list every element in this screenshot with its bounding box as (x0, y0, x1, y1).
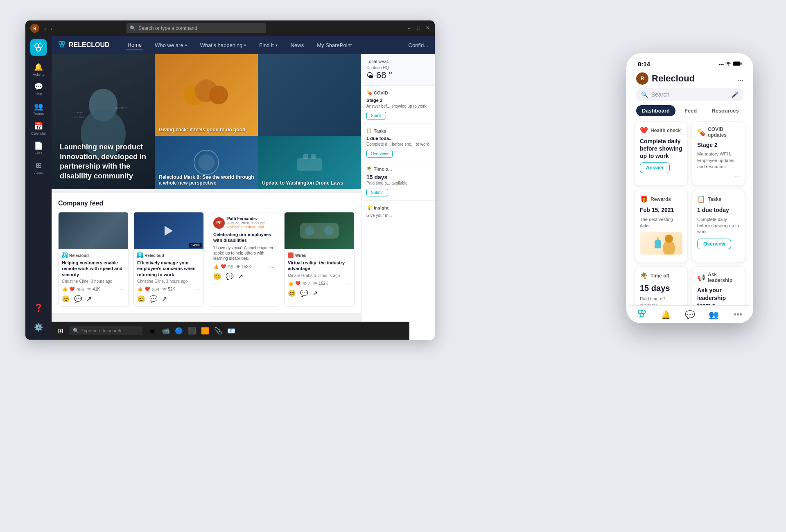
eye-2-icon: 👁 (163, 287, 167, 291)
tab-dashboard[interactable]: Dashboard (636, 105, 675, 116)
taskbar-search[interactable]: 🔍 Type here to search (69, 326, 142, 335)
emoji-3-react-icon[interactable]: 😊 (213, 273, 221, 280)
feed-card-4-reactions[interactable]: 👍 ❤️ 627 (288, 281, 310, 286)
feed-card-3-views: 👁 152K (236, 264, 251, 269)
nav-forward[interactable]: › (49, 25, 54, 32)
taskbar-app-folder[interactable]: 🟧 (199, 325, 211, 337)
comment-2-icon[interactable]: 💬 (149, 295, 158, 303)
weather-location: Contoso HQ (366, 65, 430, 70)
share-icon[interactable]: ↗ (86, 295, 92, 303)
title-bar-search[interactable]: 🔍 Search or type a command (126, 23, 266, 33)
mobile-status-icons: ▪▪▪ (718, 61, 742, 67)
taskbar-app-video[interactable]: 📹 (160, 325, 172, 337)
mobile-teams-icon: 👥 (709, 310, 719, 320)
sidebar-item-chat[interactable]: 💬 Chat (29, 80, 47, 98)
mobile-more-button[interactable]: ... (737, 74, 743, 83)
comment-4-icon[interactable]: 💬 (300, 289, 308, 297)
mobile-mic-icon[interactable]: 🎤 (732, 91, 739, 98)
more-4-icon[interactable]: ··· (346, 280, 351, 287)
emoji-2-react-icon[interactable]: 😊 (137, 295, 145, 303)
maximize-btn[interactable]: □ (417, 25, 420, 32)
mobile-search-icon: 🔍 (641, 91, 648, 98)
mobile-nav-teams[interactable]: 👥 Teams (705, 310, 723, 324)
share-4-icon[interactable]: ↗ (312, 289, 318, 297)
nav-item-who[interactable]: Who we are ▾ (153, 41, 188, 50)
mobile-scroll-area: ❤️ Health check Complete daily before sh… (630, 121, 750, 305)
svg-point-26 (305, 226, 314, 236)
feed-card-1-reactions[interactable]: 👍 ❤️ 406 (62, 286, 84, 292)
chevron-down-icon: ▾ (244, 43, 246, 47)
nav-item-whats[interactable]: What's happening ▾ (199, 41, 248, 50)
start-button[interactable]: ⊞ (54, 325, 66, 337)
sidebar-item-help[interactable]: ❓ (29, 299, 47, 317)
nav-item-find[interactable]: Find it ▾ (257, 41, 279, 50)
covid-more-icon[interactable]: ··· (697, 173, 740, 180)
tasks-overview-button[interactable]: Overview (366, 150, 393, 158)
megaphone-icon: 📢 (697, 274, 705, 282)
svg-point-22 (138, 253, 140, 255)
nav-right-text: Confid... (409, 42, 428, 48)
taskbar-app-paperclip[interactable]: 📎 (212, 325, 224, 337)
mobile-nav-more[interactable]: ••• More (729, 310, 747, 323)
mobile-card-health: ❤️ Health check Complete daily before sh… (635, 121, 688, 186)
comment-3-icon[interactable]: 💬 (226, 273, 234, 280)
covid-submit-button[interactable]: Sumit (366, 112, 386, 119)
thumbs-up-2-icon: 👍 (137, 286, 143, 292)
mobile-nav-activity[interactable]: 🔔 Activity (657, 310, 675, 324)
feed-card-1-image (59, 212, 128, 249)
covid-card-stage: Stage 2 (697, 141, 740, 149)
activity-icon: 🔔 (34, 63, 43, 72)
tasks-overview-btn[interactable]: Overview (697, 239, 731, 249)
mobile-nav-chat[interactable]: 💬 Chat (681, 310, 699, 324)
nav-item-home[interactable]: Home (126, 40, 144, 50)
chat-icon: 💬 (34, 82, 43, 91)
nav-item-sharepoint[interactable]: My SharePoint (315, 41, 353, 50)
more-icon[interactable]: ··· (120, 286, 125, 293)
hero-mark8-caption: Relecloud Mark 8: See the world through … (159, 174, 258, 186)
nav-back[interactable]: ‹ (43, 25, 47, 32)
feed-card-2-reactions[interactable]: 👍 ❤️ 234 (137, 286, 159, 292)
more-2-icon[interactable]: ··· (195, 286, 200, 293)
sidebar-item-apps[interactable]: ⊞ Apps (29, 159, 47, 177)
sidebar-item-activity[interactable]: 🔔 Activity (29, 61, 47, 79)
sidebar-item-settings[interactable]: ⚙️ (29, 318, 47, 336)
taskbar-app-teams[interactable]: ⬛ (186, 325, 198, 337)
svg-rect-16 (297, 158, 322, 171)
sidebar-item-files[interactable]: 📄 Files (29, 139, 47, 157)
tab-resources[interactable]: Resources (706, 105, 744, 116)
taskbar-app-edge[interactable]: 🔵 (173, 325, 185, 337)
emoji-react-icon[interactable]: 😊 (62, 295, 70, 303)
timeoff-submit-button[interactable]: Submit (366, 189, 388, 196)
insights-section-title: 💡 Insight (366, 205, 430, 210)
health-answer-button[interactable]: Answer (640, 162, 670, 173)
tab-feed[interactable]: Feed (679, 105, 702, 116)
comment-icon[interactable]: 💬 (74, 295, 82, 303)
sidebar-item-calendar[interactable]: 📅 Calendar (29, 119, 47, 138)
emoji-4-react-icon[interactable]: 😊 (288, 289, 296, 297)
tasks-due: 1 due toda... (366, 136, 430, 141)
share-2-icon[interactable]: ↗ (162, 295, 167, 303)
taskbar-app-email[interactable]: 📧 (225, 325, 237, 337)
mobile-cards-row-1: ❤️ Health check Complete daily before sh… (635, 121, 745, 186)
close-btn[interactable]: ✕ (426, 25, 430, 32)
more-3-icon[interactable]: ··· (270, 264, 275, 270)
taskbar-app-cortana[interactable]: ◉ (147, 325, 159, 337)
hero-cell-empty (258, 54, 361, 136)
mobile-nav-relecloud[interactable]: Relecloud (632, 309, 650, 323)
title-bar-avatar[interactable]: R (30, 24, 39, 33)
nav-logo-text: RELECLOUD (69, 41, 110, 49)
sidebar-logo (30, 39, 47, 56)
svg-point-24 (139, 256, 141, 258)
sidebar-item-teams[interactable]: 👥 Teams (29, 100, 47, 118)
thumbs-up-3-icon: 👍 (213, 264, 219, 269)
mobile-search-bar[interactable]: 🔍 Search 🎤 (636, 88, 743, 101)
nav-item-news[interactable]: News (289, 41, 306, 50)
tasks-card-header: 📋 Tasks (697, 195, 740, 203)
rewards-card-header: 🎁 Rewards (640, 195, 682, 203)
health-card-header: ❤️ Health check (640, 126, 682, 134)
nav-logo-icon (58, 41, 66, 50)
mobile-card-rewards: 🎁 Rewards Feb 15, 2021 The next vesting … (635, 190, 688, 262)
feed-card-3-reactions[interactable]: 👍 ❤️ 98 (213, 264, 233, 269)
share-3-icon[interactable]: ↗ (238, 273, 243, 280)
minimize-btn[interactable]: － (407, 25, 411, 32)
